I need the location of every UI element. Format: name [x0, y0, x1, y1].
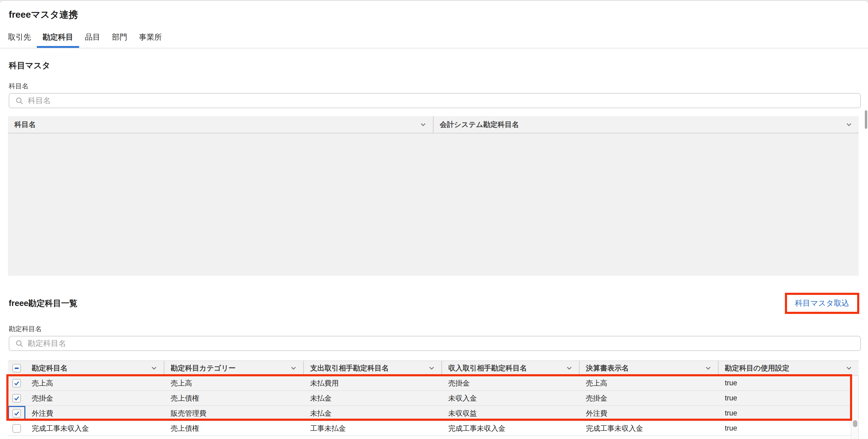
search-icon: [15, 97, 24, 105]
master-search-placeholder: 科目名: [28, 96, 51, 106]
chevron-down-icon: [150, 364, 158, 372]
cell-financial-statement-name: 売掛金: [580, 391, 718, 405]
tab-bar: 取引先 勘定科目 品目 部門 事業所: [0, 28, 868, 48]
col-account-category[interactable]: 勘定科目カテゴリー: [164, 361, 304, 375]
cell-financial-statement-name: 完成工事高: [580, 436, 718, 439]
freee-table: 勘定科目名 勘定科目カテゴリー 支出取引相手勘定科目名 収入取引相手勘定科目名 …: [8, 361, 859, 439]
import-master-button[interactable]: 科目マスタ取込: [785, 293, 859, 314]
table-row[interactable]: 売上高 売上高 未払費用 売掛金 売上高 true: [8, 376, 859, 391]
tab-bumon[interactable]: 部門: [106, 28, 133, 48]
cell-financial-statement-name: 完成工事未収入金: [580, 421, 718, 436]
col-account-name[interactable]: 勘定科目名: [25, 361, 164, 375]
master-col-subject-name[interactable]: 科目名: [8, 116, 433, 133]
col-financial-statement-name[interactable]: 決算書表示名: [580, 361, 718, 375]
row-checkbox[interactable]: [12, 409, 21, 417]
select-all-checkbox[interactable]: [12, 364, 21, 372]
tab-torihikisaki[interactable]: 取引先: [2, 28, 37, 48]
table-row[interactable]: 売掛金 売上債権 未払金 未収入金 売掛金 true: [8, 391, 859, 406]
cell-expense-counterpart: 工事未払金: [304, 436, 442, 439]
cell-account-category: 売上高: [164, 436, 304, 439]
cell-financial-statement-name: 売上高: [580, 376, 718, 390]
table-scrollbar-thumb[interactable]: [853, 420, 858, 427]
chevron-down-icon: [845, 121, 853, 129]
freee-search-input[interactable]: 勘定科目名: [9, 336, 861, 351]
tab-kanjoukamoku[interactable]: 勘定科目: [37, 28, 79, 48]
freee-section-heading: freee勘定科目一覧: [9, 298, 78, 309]
row-checkbox-cell: [8, 376, 25, 390]
page-scrollbar[interactable]: [863, 1, 868, 439]
cell-financial-statement-name: 外注費: [580, 406, 718, 420]
row-checkbox-cell: [8, 421, 25, 436]
table-scrollbar[interactable]: [851, 376, 859, 439]
chevron-down-icon: [419, 121, 427, 129]
chevron-down-icon: [428, 364, 436, 372]
cell-expense-counterpart: 工事未払金: [304, 421, 442, 436]
freee-search-placeholder: 勘定科目名: [28, 338, 66, 349]
row-checkbox[interactable]: [12, 379, 21, 387]
cell-account-category: 販売管理費: [164, 406, 304, 420]
cell-account-category: 売上高: [164, 376, 304, 390]
cell-usage-setting: true: [718, 421, 859, 436]
chevron-down-icon: [845, 364, 853, 372]
master-search-input[interactable]: 科目名: [9, 93, 861, 108]
master-table-empty-body: [8, 134, 859, 276]
row-checkbox[interactable]: [12, 424, 21, 433]
row-checkbox-cell: [8, 436, 25, 439]
row-checkbox-cell: [8, 406, 25, 420]
cell-income-counterpart: 売掛金: [442, 376, 580, 390]
cell-account-category: 売上債権: [164, 391, 304, 405]
cell-account-name: 売上高: [25, 376, 164, 390]
cell-usage-setting: true: [718, 406, 859, 420]
row-checkbox[interactable]: [12, 394, 21, 403]
col-income-counterpart[interactable]: 収入取引相手勘定科目名: [442, 361, 580, 375]
cell-income-counterpart: 完成工事未収入金: [442, 421, 580, 436]
master-table: 科目名 会計システム勘定科目名: [8, 116, 859, 276]
table-row[interactable]: 完成工事未収入金 売上債権 工事未払金 完成工事未収入金 完成工事未収入金 tr…: [8, 421, 859, 436]
table-row[interactable]: 外注費 販売管理費 未払金 未収収益 外注費 true: [8, 406, 859, 421]
chevron-down-icon: [565, 364, 573, 372]
cell-account-name: 完成工事高: [25, 436, 164, 439]
cell-expense-counterpart: 未払費用: [304, 376, 442, 390]
cell-usage-setting: true: [718, 436, 859, 439]
header-checkbox-cell: [8, 361, 25, 375]
cell-income-counterpart: 未収収益: [442, 406, 580, 420]
chevron-down-icon: [704, 364, 712, 372]
row-checkbox-cell: [8, 391, 25, 405]
master-filter-label: 科目名: [9, 82, 868, 91]
search-icon: [15, 339, 24, 348]
tab-hinmoku[interactable]: 品目: [79, 28, 106, 48]
app-window: freeeマスタ連携 取引先 勘定科目 品目 部門 事業所 科目マスタ 科目名 …: [0, 0, 868, 439]
cell-expense-counterpart: 未払金: [304, 391, 442, 405]
freee-table-header: 勘定科目名 勘定科目カテゴリー 支出取引相手勘定科目名 収入取引相手勘定科目名 …: [8, 361, 859, 376]
cell-account-name: 外注費: [25, 406, 164, 420]
cell-account-category: 売上債権: [164, 421, 304, 436]
page-scrollbar-thumb[interactable]: [865, 110, 867, 129]
tab-jigyousho[interactable]: 事業所: [133, 28, 168, 48]
table-row[interactable]: 完成工事高 売上高 工事未払金 完成工事未収入金 完成工事高 true: [8, 436, 859, 439]
cell-account-name: 売掛金: [25, 391, 164, 405]
page-title: freeeマスタ連携: [9, 8, 868, 21]
master-table-header: 科目名 会計システム勘定科目名: [8, 116, 859, 134]
cell-income-counterpart: 完成工事未収入金: [442, 436, 580, 439]
col-expense-counterpart[interactable]: 支出取引相手勘定科目名: [304, 361, 442, 375]
cell-usage-setting: true: [718, 376, 859, 390]
cell-expense-counterpart: 未払金: [304, 406, 442, 420]
col-usage-setting[interactable]: 勘定科目の使用設定: [718, 361, 859, 375]
cell-account-name: 完成工事未収入金: [25, 421, 164, 436]
cell-income-counterpart: 未収入金: [442, 391, 580, 405]
cell-usage-setting: true: [718, 391, 859, 405]
master-section-heading: 科目マスタ: [9, 60, 868, 71]
chevron-down-icon: [289, 364, 298, 372]
freee-filter-label: 勘定科目名: [9, 325, 868, 333]
master-col-accounting-system-name[interactable]: 会計システム勘定科目名: [433, 116, 859, 133]
